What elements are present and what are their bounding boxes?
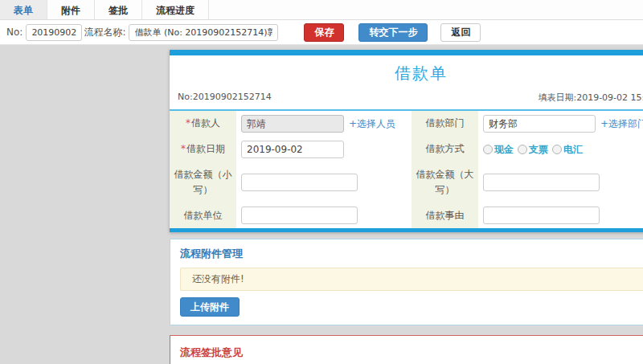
- borrow-reason-label-cell: 借款事由: [412, 202, 478, 228]
- action-toolbar: No: 流程名称: 保存 转交下一步 返回: [0, 20, 643, 45]
- approval-heading: 流程签批意见: [180, 346, 643, 360]
- borrower-label-cell: *借款人: [170, 111, 236, 137]
- tab-attachments[interactable]: 附件: [47, 0, 95, 19]
- amount-upper-label: 借款金额（大写）: [416, 167, 474, 198]
- form-meta-row: No:20190902152714 填表日期:2019-09-02 15:27:…: [170, 89, 643, 111]
- amount-lower-label-cell: 借款金额（小写）: [170, 162, 236, 202]
- tab-approval[interactable]: 签批: [95, 0, 142, 19]
- amount-lower-label: 借款金额（小写）: [174, 167, 232, 198]
- required-mark: *: [181, 143, 186, 154]
- forward-next-step-button[interactable]: 转交下一步: [358, 23, 428, 42]
- back-button[interactable]: 返回: [440, 23, 481, 42]
- borrow-date-field-cell: [236, 137, 412, 162]
- borrow-unit-label: 借款单位: [184, 208, 223, 223]
- borrower-label: 借款人: [191, 117, 220, 129]
- payment-method-radio-group: 现金 支票 电汇: [483, 143, 583, 157]
- tab-bar: 表单 附件 签批 流程进度: [0, 0, 643, 20]
- form-row: *借款日期 借款方式 现金: [170, 137, 643, 162]
- borrow-unit-input[interactable]: [241, 207, 358, 224]
- borrower-field-cell: +选择人员: [236, 111, 412, 137]
- amount-lower-field-cell: [236, 162, 412, 202]
- borrow-date-label: 借款日期: [186, 143, 225, 154]
- department-label-cell: 借款部门: [412, 111, 478, 137]
- radio-icon: [552, 145, 562, 154]
- borrow-reason-input[interactable]: [483, 207, 600, 224]
- department-field-cell: +选择部门: [478, 111, 643, 137]
- amount-lower-input[interactable]: [241, 174, 358, 191]
- radio-cash[interactable]: 现金: [483, 143, 514, 157]
- no-input[interactable]: [26, 24, 82, 41]
- no-attachment-alert: 还没有附件!: [180, 268, 643, 291]
- radio-wire-transfer[interactable]: 电汇: [552, 143, 583, 157]
- required-mark: *: [186, 117, 190, 129]
- attachment-heading: 流程附件管理: [180, 247, 643, 261]
- radio-icon: [518, 145, 527, 154]
- department-input[interactable]: [483, 115, 596, 133]
- payment-method-label-cell: 借款方式: [412, 137, 478, 162]
- attachment-panel: 流程附件管理 还没有附件! 上传附件: [170, 239, 643, 325]
- radio-cheque-label: 支票: [529, 143, 548, 157]
- amount-upper-label-cell: 借款金额（大写）: [412, 162, 478, 202]
- radio-cheque[interactable]: 支票: [518, 143, 548, 157]
- content-area: 借款单 No:20190902152714 填表日期:2019-09-02 15…: [0, 45, 643, 364]
- save-button[interactable]: 保存: [304, 23, 344, 42]
- borrow-date-label-cell: *借款日期: [170, 137, 236, 162]
- loan-form-panel: 借款单 No:20190902152714 填表日期:2019-09-02 15…: [170, 50, 643, 232]
- form-row: *借款人 +选择人员 借款部门 +选择部门: [170, 111, 643, 137]
- page: 表单 附件 签批 流程进度 No: 流程名称: 保存 转交下一步 返回 借款单 …: [0, 0, 643, 364]
- borrow-unit-field-cell: [236, 202, 412, 228]
- form-no-text: No:20190902152714: [178, 92, 272, 104]
- radio-icon: [483, 145, 493, 154]
- borrow-unit-label-cell: 借款单位: [170, 202, 236, 228]
- radio-wire-transfer-label: 电汇: [563, 143, 583, 157]
- select-person-link[interactable]: +选择人员: [349, 117, 395, 131]
- payment-method-field-cell: 现金 支票 电汇: [478, 137, 643, 162]
- form-row: 借款单位 借款事由: [170, 202, 643, 228]
- panel-wrap: 借款单 No:20190902152714 填表日期:2019-09-02 15…: [170, 50, 643, 364]
- borrow-date-input[interactable]: [241, 141, 344, 158]
- tab-process-progress[interactable]: 流程进度: [142, 0, 209, 19]
- form-row: 借款金额（小写） 借款金额（大写）: [170, 162, 643, 202]
- borrow-reason-field-cell: [478, 202, 643, 228]
- form-title: 借款单: [170, 55, 643, 89]
- select-department-link[interactable]: +选择部门: [600, 117, 643, 131]
- tab-form[interactable]: 表单: [0, 0, 47, 19]
- department-label: 借款部门: [426, 116, 465, 131]
- process-name-label: 流程名称:: [84, 26, 125, 39]
- approval-panel: 流程签批意见 B I abc ✎: [170, 335, 643, 364]
- no-label: No:: [6, 27, 23, 38]
- payment-method-label: 借款方式: [426, 141, 465, 157]
- upload-attachment-button[interactable]: 上传附件: [180, 297, 240, 317]
- amount-upper-input[interactable]: [483, 174, 600, 191]
- panel-bottom-bar: [170, 228, 643, 232]
- form-date-text: 填表日期:2019-09-02 15:27:1: [538, 92, 643, 104]
- radio-cash-label: 现金: [494, 143, 514, 157]
- borrower-input[interactable]: [241, 115, 344, 133]
- panel-top-bar: [170, 50, 643, 55]
- process-name-input[interactable]: [129, 24, 278, 41]
- amount-upper-field-cell: [478, 162, 643, 202]
- borrow-reason-label: 借款事由: [426, 208, 465, 223]
